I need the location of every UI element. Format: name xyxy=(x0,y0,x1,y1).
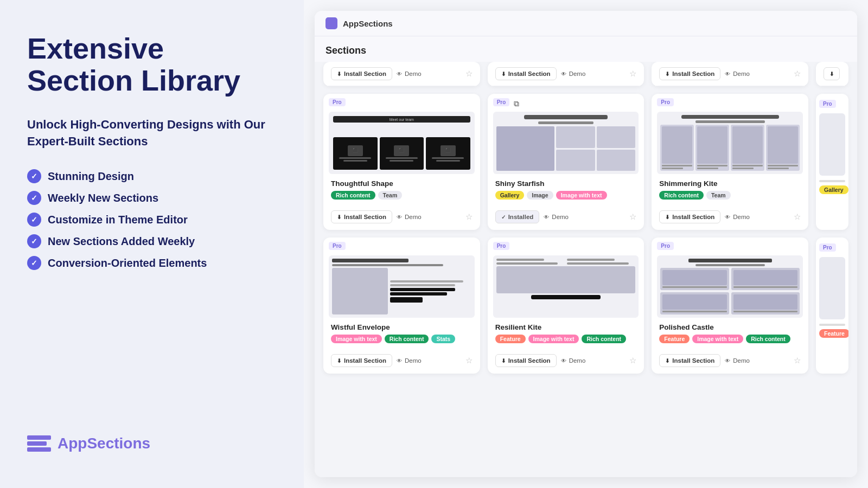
main-title: Extensive Section Library xyxy=(27,33,277,97)
card-name: Shiny Starfish xyxy=(495,179,637,188)
polished-cell-line xyxy=(662,311,726,312)
star-button[interactable]: ☆ xyxy=(629,212,636,222)
pro-badge: Pro xyxy=(657,98,674,106)
section-card-top-1: Install Section Demo ☆ xyxy=(323,62,480,86)
card-actions-bottom: Install Section Demo ☆ xyxy=(323,351,480,374)
gallery-mockup xyxy=(493,112,639,174)
card-actions-top: Install Section Demo ☆ xyxy=(323,62,480,86)
tag-feature: Feature xyxy=(495,335,526,343)
card-name: Polished Castle xyxy=(659,323,801,331)
install-section-button[interactable]: Install Section xyxy=(495,67,557,80)
demo-button[interactable]: Demo xyxy=(725,214,750,220)
infl-card-line xyxy=(768,168,789,169)
tag-feature: Feature xyxy=(659,335,690,343)
star-button[interactable]: ☆ xyxy=(794,356,801,365)
tag-image-with-text: Image with text xyxy=(528,335,579,343)
logo-text: AppSections xyxy=(58,435,150,452)
stats-line xyxy=(390,280,463,282)
polished-sub xyxy=(695,264,765,266)
gallery-cell-large xyxy=(496,126,554,171)
star-button[interactable]: ☆ xyxy=(629,356,636,365)
card-actions-top: Install Section Demo ☆ xyxy=(488,62,644,86)
star-button[interactable]: ☆ xyxy=(629,69,636,79)
logo-sections: Sections xyxy=(87,435,150,452)
demo-button[interactable]: Demo xyxy=(544,214,569,220)
demo-button[interactable]: Demo xyxy=(561,357,586,364)
tag-rich-content: Rich content xyxy=(331,191,375,200)
check-icon xyxy=(27,234,41,248)
install-section-button[interactable]: Install Section xyxy=(331,67,392,80)
demo-button[interactable]: Demo xyxy=(561,70,586,77)
stats-sub-line xyxy=(332,264,443,266)
tag-image-with-text: Image with text xyxy=(692,335,743,343)
mockup-line xyxy=(343,160,367,162)
infl-card-line xyxy=(732,165,763,166)
star-button[interactable]: ☆ xyxy=(794,69,801,79)
install-section-button[interactable]: Install Section xyxy=(331,210,392,223)
mockup-team-card xyxy=(426,137,470,170)
demo-button[interactable]: Demo xyxy=(725,70,750,77)
install-section-button[interactable]: Install Section xyxy=(659,354,720,367)
tag-rich-content: Rich content xyxy=(385,335,429,343)
install-section-button[interactable]: Install Section xyxy=(659,67,720,80)
demo-button[interactable]: Demo xyxy=(397,357,422,364)
stats-img xyxy=(332,268,388,314)
sections-grid: Install Section Demo ☆ Install Section xyxy=(315,62,857,477)
feature-label: Conversion-Oriented Elements xyxy=(48,257,207,269)
feat-img xyxy=(496,266,636,293)
feature-item: Weekly New Sections xyxy=(27,191,277,205)
eye-icon xyxy=(397,357,402,364)
card-name: Thoughtful Shape xyxy=(331,179,473,188)
feat-line xyxy=(496,259,544,261)
demo-button[interactable]: Demo xyxy=(725,357,750,364)
gallery-subtitle xyxy=(538,121,594,124)
features-list: Stunning Design Weekly New Sections Cust… xyxy=(27,169,277,270)
card-info: Shimmering Kite Rich content Team xyxy=(652,174,808,207)
card-preview-partial xyxy=(819,113,845,176)
download-icon xyxy=(337,70,341,77)
star-button[interactable]: ☆ xyxy=(465,356,473,365)
installed-button[interactable]: Installed xyxy=(495,210,540,223)
infl-card xyxy=(660,125,694,171)
install-section-button[interactable]: Install Section xyxy=(331,354,392,367)
check-icon xyxy=(27,213,41,227)
card-preview xyxy=(657,112,803,174)
pro-badge: Pro xyxy=(819,100,836,108)
infl-card-line xyxy=(697,168,718,169)
demo-button[interactable]: Demo xyxy=(397,70,422,77)
feat-line xyxy=(567,262,629,265)
section-card-top-3: Install Section Demo ☆ xyxy=(652,62,808,86)
polished-cell-img xyxy=(733,270,797,285)
gallery-cell xyxy=(556,150,595,171)
eye-icon xyxy=(544,214,549,220)
star-button[interactable]: ☆ xyxy=(465,212,473,222)
eye-icon xyxy=(725,357,730,364)
card-actions-bottom: Install Section Demo ☆ xyxy=(323,207,480,230)
card-name: Wistful Envelope xyxy=(331,323,473,331)
card-tags: Gallery Image Image with text xyxy=(495,191,637,200)
install-section-button[interactable] xyxy=(824,67,840,80)
star-button[interactable]: ☆ xyxy=(465,69,473,79)
download-icon xyxy=(665,357,669,364)
pro-badge: Pro xyxy=(493,98,510,106)
eye-icon xyxy=(397,70,402,77)
download-icon xyxy=(829,70,834,77)
check-icon xyxy=(27,169,41,183)
install-section-button[interactable]: Install Section xyxy=(495,354,557,367)
eye-icon xyxy=(561,70,566,77)
download-icon xyxy=(665,214,669,220)
star-button[interactable]: ☆ xyxy=(794,212,801,222)
logo-bar xyxy=(27,435,51,440)
mockup-line xyxy=(386,157,418,159)
card-actions-top xyxy=(816,62,848,86)
install-section-button[interactable]: Install Section xyxy=(659,210,720,223)
demo-button[interactable]: Demo xyxy=(397,214,422,220)
team-mockup: Meet our team xyxy=(329,112,475,174)
stats-bar xyxy=(390,288,455,291)
download-icon xyxy=(501,357,506,364)
polished-cell-img xyxy=(733,294,797,310)
logo-app: App xyxy=(58,435,87,452)
logo-bar xyxy=(27,441,47,446)
tag-feature: Feature xyxy=(819,329,848,338)
card-info: Shiny Starfish Gallery Image Image with … xyxy=(488,174,644,207)
